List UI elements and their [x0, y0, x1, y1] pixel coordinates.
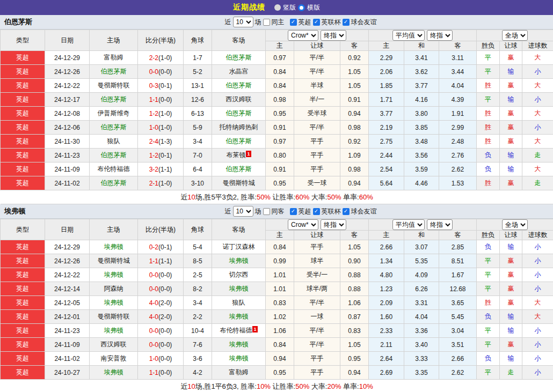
odds-away-cell: 0.95: [340, 352, 369, 366]
near-label: 近: [225, 207, 231, 216]
summary-segment: 10%: [257, 382, 271, 390]
avg-home-cell: 2.75: [369, 135, 404, 149]
away-team-name: 埃弗顿: [229, 257, 249, 264]
summary-segment: 10%: [359, 382, 373, 390]
handicap-result-cell: 赢: [500, 338, 522, 352]
full-match-select[interactable]: 全场: [502, 219, 528, 230]
goals-result-cell: 小: [522, 254, 553, 268]
away-team-cell: 西汉姆联: [212, 93, 266, 107]
avg-home-cell: 2.29: [369, 51, 404, 65]
league-checkbox-2[interactable]: ✓: [343, 19, 350, 26]
avg-away-cell: 3.11: [439, 51, 477, 65]
goals-result-cell: 小: [522, 282, 553, 296]
handicap-cell: 平手: [294, 149, 340, 162]
summary-segment: 场,胜5平3负2, 胜率:: [195, 193, 257, 201]
match-row: 英超24-11-02南安普敦1-0(0-0)3-6埃弗顿0.94平手0.952.…: [1, 352, 553, 366]
half-time-score: (2-0): [158, 313, 172, 321]
avg-draw-cell: 3.77: [404, 79, 439, 93]
league-checkbox-1[interactable]: ✓: [313, 208, 320, 215]
full-time-score: 1-1: [149, 257, 158, 265]
handicap-result-cell: 输: [500, 65, 522, 79]
same-venue-checkbox[interactable]: [263, 19, 270, 26]
result-cell: 胜: [477, 296, 500, 310]
away-team-cell: 富勒姆: [212, 366, 266, 380]
odds-stage-select-1[interactable]: 终指: [321, 219, 346, 230]
league-checkbox-0[interactable]: ✓: [290, 19, 297, 26]
away-team-cell: 埃弗顿: [212, 310, 266, 324]
handicap-cell: 受半/一: [294, 268, 340, 282]
average-select[interactable]: 平均值: [392, 30, 425, 41]
odds-stage-select-2[interactable]: 终指: [427, 219, 453, 230]
odds-stage-select-2[interactable]: 终指: [427, 30, 453, 41]
match-row: 英超24-12-29埃弗顿0-2(0-1)5-4诺丁汉森林0.84平手1.052…: [1, 240, 553, 254]
odds-home-cell: 0.97: [266, 51, 294, 65]
avg-away-cell: 2.66: [439, 352, 477, 366]
match-count-select[interactable]: 10: [233, 206, 253, 217]
away-team-name: 伯恩茅斯: [226, 82, 252, 89]
score-cell: 1-1(0-0): [138, 366, 184, 380]
home-team-name: 曼彻斯特城: [98, 257, 130, 264]
league-checkbox-1[interactable]: ✓: [313, 19, 320, 26]
same-venue-checkbox[interactable]: [263, 208, 270, 215]
horizontal-layout-radio[interactable]: [298, 4, 305, 11]
date-cell: 24-12-17: [45, 93, 90, 107]
col-header-date: 日期: [45, 30, 90, 51]
col-header-type: 类型: [1, 30, 45, 51]
date-cell: 24-12-26: [45, 254, 90, 268]
home-team-name: 伯恩茅斯: [101, 179, 127, 187]
avg-home-cell: 1.60: [369, 310, 404, 324]
away-team-name: 西汉姆联: [226, 95, 252, 103]
avg-draw-cell: 3.31: [404, 296, 439, 310]
home-team-cell: 埃弗顿: [90, 240, 138, 254]
home-team-cell: 埃弗顿: [90, 324, 138, 338]
odds-away-cell: 1.05: [340, 65, 369, 79]
league-checkbox-0[interactable]: ✓: [290, 208, 297, 215]
odds-stage-select-1[interactable]: 终指: [321, 30, 346, 41]
sub-header-handicap-result: 让球: [500, 231, 522, 240]
away-team-cell: 曼彻斯特城: [212, 176, 266, 190]
match-count-select[interactable]: 10: [233, 17, 253, 27]
score-cell: 0-0(0-0): [138, 338, 184, 352]
odds-away-cell: 0.83: [340, 324, 369, 338]
full-match-select[interactable]: 全场: [502, 30, 528, 41]
handicap-result-cell: 输: [500, 149, 522, 162]
odds-home-cell: 0.91: [266, 121, 294, 135]
bookmaker-select[interactable]: Crow*: [288, 219, 318, 230]
full-time-score: 0-0: [149, 285, 158, 293]
full-time-score: 0-3: [149, 82, 158, 90]
odds-away-cell: 0.88: [340, 282, 369, 296]
col-header-score: 比分(半场): [138, 30, 184, 51]
handicap-result-cell: 输: [500, 93, 522, 107]
sub-header-handicap: 让球: [294, 41, 340, 51]
full-time-score: 0-0: [149, 68, 158, 76]
half-time-score: (0-0): [158, 355, 172, 363]
home-team-name: 伯恩茅斯: [101, 68, 127, 75]
corner-cell: 8-2: [184, 282, 212, 296]
league-type-cell: 英超: [1, 149, 45, 162]
half-time-score: (0-0): [158, 327, 172, 335]
avg-home-cell: 1.23: [369, 282, 404, 296]
recent-matches-table: 类型 日期 主场 比分(半场) 角球 客场 Crow*终指 平均值终指 全场 主…: [0, 29, 553, 204]
vertical-layout-radio[interactable]: [274, 4, 281, 11]
col-header-home: 主场: [90, 30, 138, 51]
avg-home-cell: 2.66: [369, 240, 404, 254]
average-select[interactable]: 平均值: [392, 219, 425, 230]
goals-result-cell: 小: [522, 121, 553, 135]
games-label: 场: [255, 207, 261, 216]
bookmaker-select[interactable]: Crow*: [288, 30, 318, 41]
handicap-result-cell: 赢: [500, 79, 522, 93]
avg-away-cell: 3.04: [439, 324, 477, 338]
away-team-name: 诺丁汉森林: [223, 243, 255, 250]
odds-away-cell: 0.87: [340, 310, 369, 324]
odds-away-cell: 0.98: [340, 162, 369, 176]
home-team-cell: 布伦特福德: [90, 162, 138, 176]
filter-controls: 近 10 场 同客 ✓ 英超 ✓ 英联杯 ✓ 球会友谊: [225, 206, 377, 217]
avg-away-cell: 4.04: [439, 79, 477, 93]
score-cell: 2-1(1-0): [138, 176, 184, 190]
horizontal-layout-label: 横版: [307, 3, 320, 12]
same-venue-label: 同客: [272, 207, 285, 216]
league-checkbox-2[interactable]: ✓: [343, 208, 350, 215]
away-team-name: 埃弗顿: [229, 313, 249, 320]
odds-away-cell: 0.92: [340, 51, 369, 65]
away-team-name: 伯恩茅斯: [226, 54, 252, 61]
